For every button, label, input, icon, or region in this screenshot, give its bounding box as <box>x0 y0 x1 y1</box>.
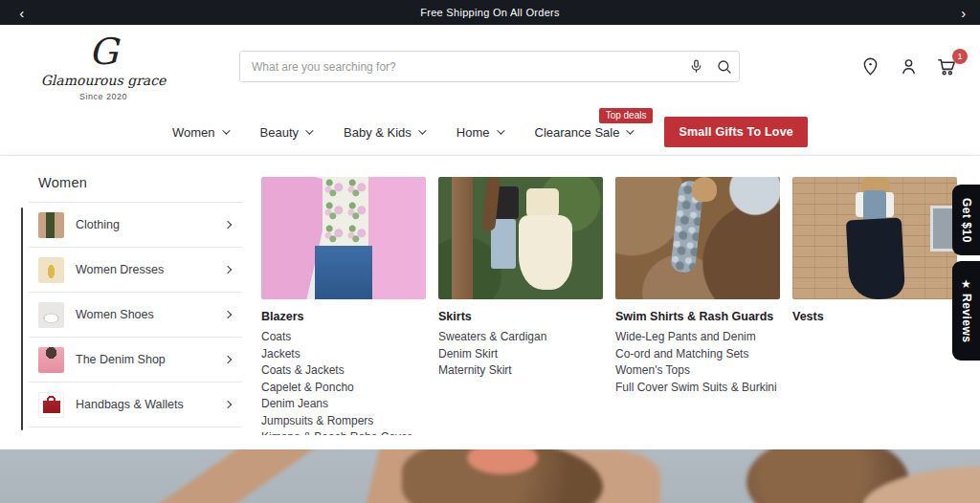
nav-label: Beauty <box>260 125 299 140</box>
announcement-text: Free Shipping On All Orders <box>420 7 560 18</box>
skirts-category-image[interactable] <box>438 177 603 299</box>
chevron-down-icon <box>222 126 230 134</box>
sidebar-item-label: Women Shoes <box>76 308 225 321</box>
nav-item-baby-kids[interactable]: Baby & Kids <box>344 125 424 140</box>
denim-shop-thumbnail <box>38 347 64 373</box>
sidebar-item-label: Women Dresses <box>76 263 225 276</box>
handbag-thumbnail <box>38 392 64 418</box>
chevron-down-icon <box>305 126 313 134</box>
category-heading[interactable]: Blazers <box>261 310 426 323</box>
sidebar-item-label: Handbags & Wallets <box>76 398 225 411</box>
chevron-right-icon <box>224 221 232 229</box>
reviews-tab[interactable]: ★ Reviews <box>952 261 980 361</box>
menu-link[interactable]: Denim Skirt <box>438 346 603 363</box>
image-art-shape <box>846 218 905 299</box>
hero-banner-image <box>0 449 980 503</box>
cart-count-badge: 1 <box>952 49 968 64</box>
main-nav: Women Beauty Baby & Kids Home Top deals … <box>0 113 980 151</box>
header-actions: 1 <box>858 54 959 78</box>
chevron-right-icon <box>224 401 232 408</box>
get-10-tab[interactable]: Get $10 <box>952 185 980 255</box>
menu-link[interactable]: Kimono & Beach Robe Cover Up <box>261 429 426 435</box>
category-links: Sweaters & CardiganDenim SkirtMaternity … <box>438 329 603 380</box>
category-heading[interactable]: Skirts <box>438 310 603 323</box>
mega-menu-title: Women <box>38 175 87 190</box>
menu-column-blazers: BlazersCoatsJacketsCoats & JacketsCapele… <box>261 177 426 435</box>
storefront-page: ‹ Free Shipping On All Orders › G Glamou… <box>0 0 980 503</box>
search-input[interactable] <box>240 60 681 74</box>
menu-column-swim-shirts-rash-guards: Swim Shirts & Rash GuardsWide-Leg Pants … <box>615 177 780 435</box>
blazers-category-image[interactable] <box>261 177 426 299</box>
sidebar-item-clothing[interactable]: Clothing <box>29 203 242 248</box>
nav-item-clearance-sale[interactable]: Top deals Clearance Sale <box>535 125 633 140</box>
nav-item-home[interactable]: Home <box>457 125 502 140</box>
chevron-right-icon <box>224 266 232 273</box>
small-gifts-button[interactable]: Small Gifts To Love <box>664 117 808 147</box>
image-art-shape <box>692 177 717 202</box>
nav-label: Baby & Kids <box>344 125 412 140</box>
menu-link[interactable]: Denim Jeans <box>261 396 426 413</box>
site-header: G Glamourous grace Since 2020 <box>0 25 980 156</box>
sidebar-item-women-shoes[interactable]: Women Shoes <box>29 293 242 338</box>
get-10-label: Get $10 <box>960 198 973 243</box>
scrollbar-indicator[interactable] <box>21 208 23 430</box>
image-art-shape <box>452 177 473 299</box>
announcement-prev-icon[interactable]: ‹ <box>8 0 36 25</box>
clothing-thumbnail <box>38 212 64 238</box>
menu-link[interactable]: Women's Tops <box>615 362 780 380</box>
sidebar-item-label: The Denim Shop <box>76 353 225 366</box>
category-columns: BlazersCoatsJacketsCoats & JacketsCapele… <box>261 177 969 435</box>
image-art-shape <box>526 188 559 217</box>
menu-link[interactable]: Sweaters & Cardigan <box>438 329 603 346</box>
logo-monogram: G <box>17 33 189 71</box>
chevron-right-icon <box>224 311 232 318</box>
top-deals-badge: Top deals <box>599 108 654 123</box>
menu-link[interactable]: Coats <box>261 329 426 346</box>
menu-column-vests: Vests <box>792 177 957 435</box>
logo-name: Glamourous grace <box>17 73 189 88</box>
category-heading[interactable]: Swim Shirts & Rash Guards <box>615 310 780 323</box>
search-icon[interactable] <box>710 52 739 81</box>
category-links: CoatsJacketsCoats & JacketsCapelet & Pon… <box>261 329 426 435</box>
menu-column-skirts: SkirtsSweaters & CardiganDenim SkirtMate… <box>438 177 603 435</box>
women-shoes-thumbnail <box>38 302 64 328</box>
menu-link[interactable]: Full Cover Swim Suits & Burkini <box>615 380 780 397</box>
menu-link[interactable]: Maternity Skirt <box>438 362 603 380</box>
category-heading[interactable]: Vests <box>792 310 957 323</box>
chevron-down-icon <box>418 126 426 134</box>
search-bar <box>239 51 740 82</box>
sidebar-item-the-denim-shop[interactable]: The Denim Shop <box>29 338 242 383</box>
announcement-bar: ‹ Free Shipping On All Orders › <box>0 0 980 25</box>
menu-link[interactable]: Capelet & Poncho <box>261 380 426 397</box>
menu-link[interactable]: Coats & Jackets <box>261 362 426 380</box>
reviews-label: Reviews <box>960 294 973 343</box>
account-icon[interactable] <box>896 54 921 78</box>
chevron-down-icon <box>497 126 504 134</box>
vests-category-image[interactable] <box>792 177 957 299</box>
mic-icon[interactable] <box>681 52 710 81</box>
category-sidebar: ClothingWomen DressesWomen ShoesThe Deni… <box>29 203 242 427</box>
menu-link[interactable]: Jackets <box>261 346 426 363</box>
image-art-shape <box>323 177 368 248</box>
sidebar-item-handbags-wallets[interactable]: Handbags & Wallets <box>29 383 242 427</box>
swim-category-image[interactable] <box>615 177 780 299</box>
menu-link[interactable]: Co-ord and Matching Sets <box>615 346 780 363</box>
nav-label: Clearance Sale <box>535 125 620 140</box>
chevron-down-icon <box>627 126 635 134</box>
logo-tagline: Since 2020 <box>17 92 189 101</box>
menu-link[interactable]: Wide-Leg Pants and Denim <box>615 329 780 346</box>
sidebar-item-women-dresses[interactable]: Women Dresses <box>29 248 242 293</box>
sidebar-item-label: Clothing <box>76 218 225 231</box>
cart-icon[interactable]: 1 <box>934 54 959 78</box>
store-locator-icon[interactable] <box>858 54 882 78</box>
nav-label: Women <box>172 125 215 140</box>
nav-item-women[interactable]: Women <box>172 125 228 140</box>
women-dresses-thumbnail <box>38 257 64 283</box>
image-art-shape <box>315 246 372 299</box>
store-logo[interactable]: G Glamourous grace Since 2020 <box>17 33 189 101</box>
nav-item-beauty[interactable]: Beauty <box>260 125 311 140</box>
announcement-next-icon[interactable]: › <box>949 0 978 25</box>
nav-label: Home <box>457 125 490 140</box>
category-links: Wide-Leg Pants and DenimCo-ord and Match… <box>615 329 780 396</box>
menu-link[interactable]: Jumpsuits & Rompers <box>261 413 426 430</box>
